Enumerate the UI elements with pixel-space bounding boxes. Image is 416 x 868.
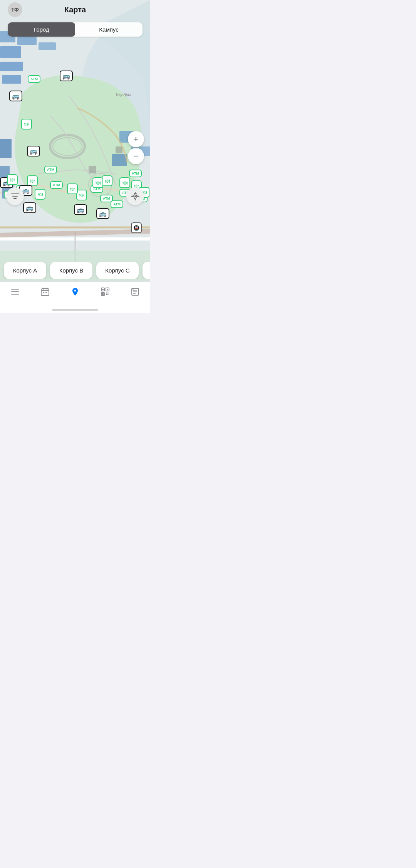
tab-schedule[interactable] [30,286,60,297]
filter-icon [11,192,19,200]
svg-rect-43 [106,293,107,294]
qr-icon [100,286,111,297]
location-icon [131,192,139,200]
bus-icon: 🚌 [26,204,34,212]
bus-marker[interactable]: 🚌 [96,208,109,219]
food-marker[interactable]: 🍽 [21,119,32,130]
page-title: Карта [64,5,86,14]
location-button[interactable] [126,187,144,205]
bus-icon: 🚌 [77,206,84,214]
campus-b-button[interactable]: Корпус В [50,262,92,279]
transit-marker[interactable]: 🚇 [131,222,142,233]
bus-marker[interactable]: 🚌 [23,202,36,213]
tab-news[interactable] [120,286,150,297]
segment-control: Город Кампус [8,22,143,37]
svg-rect-40 [107,289,108,290]
bus-marker[interactable]: 🚌 [27,146,40,156]
bus-icon: 🚌 [30,148,37,155]
zoom-out-button[interactable]: − [128,148,144,164]
food-marker[interactable]: 🍽 [92,177,103,188]
segment-city[interactable]: Город [8,22,75,37]
food-marker[interactable]: 🍽 [35,189,45,200]
atm-marker[interactable]: АТМ [28,75,40,83]
campus-c-button[interactable]: Корпус С [96,262,139,279]
svg-rect-45 [106,294,107,295]
svg-point-36 [74,290,76,292]
atm-marker[interactable]: АТМ [44,166,57,173]
bus-icon: 🚌 [62,72,70,80]
food-marker[interactable]: 🍽 [102,175,112,186]
tab-qr[interactable] [90,286,120,297]
status-bar: ТФ Карта [0,0,150,19]
food-marker[interactable]: 🍽 [76,190,87,200]
atm-marker[interactable]: АТМ [50,181,63,189]
food-marker[interactable]: 🍽 [67,183,78,194]
bus-icon: 🚌 [12,93,20,100]
food-marker[interactable]: 🍽 [7,174,18,185]
map-pin-icon [70,286,81,297]
svg-rect-44 [107,293,109,294]
svg-point-33 [43,292,44,293]
svg-point-35 [46,292,47,293]
svg-rect-42 [102,293,104,295]
food-marker[interactable]: 🍽 [119,177,130,188]
segment-campus[interactable]: Кампус [75,22,143,37]
campus-row: Корпус А Корпус В Корпус С Кор... [0,262,150,279]
menu-icon [10,286,20,297]
tab-map[interactable] [60,286,90,297]
svg-rect-38 [102,289,104,290]
tab-menu[interactable] [0,286,30,297]
bus-icon: 🚌 [99,210,107,217]
tab-bar [0,281,150,313]
filter-button[interactable] [6,187,24,205]
avatar[interactable]: ТФ [8,2,22,17]
zoom-controls: + − [128,131,144,164]
campus-d-button[interactable]: Кор... [143,262,150,279]
svg-rect-51 [132,288,134,291]
atm-marker[interactable]: АТМ [129,170,142,177]
bus-marker[interactable]: 🚌 [60,71,73,81]
svg-rect-27 [11,291,19,293]
svg-rect-46 [107,294,109,295]
campus-a-button[interactable]: Корпус А [4,262,46,279]
news-icon [130,286,141,297]
atm-marker[interactable]: АТМ [111,200,123,208]
zoom-in-button[interactable]: + [128,131,144,147]
svg-rect-28 [11,294,19,295]
food-marker[interactable]: 🍽 [27,175,38,186]
svg-point-34 [45,292,46,293]
svg-point-25 [134,195,136,197]
bus-marker[interactable]: 🚌 [9,91,22,101]
home-indicator [52,309,98,311]
calendar-icon [40,286,50,297]
svg-rect-26 [11,289,19,290]
bus-marker[interactable]: 🚌 [74,204,87,215]
